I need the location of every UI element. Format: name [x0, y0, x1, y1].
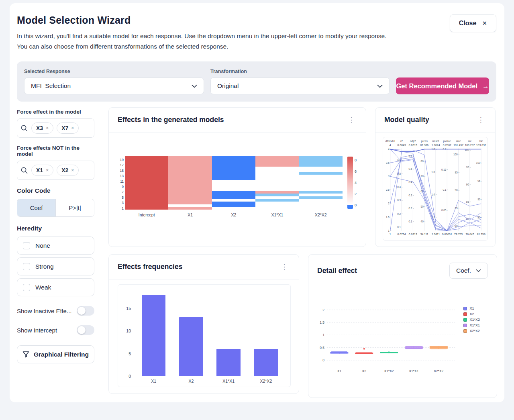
legend-item[interactable]: X1	[463, 306, 480, 310]
chip-x2[interactable]: X2 ×	[57, 165, 79, 176]
svg-text:100: 100	[476, 161, 481, 164]
show-intercept-toggle[interactable]	[77, 325, 94, 335]
svg-text:1: 1	[388, 229, 390, 232]
checkbox-icon[interactable]	[23, 242, 30, 249]
legend-item[interactable]: X2	[463, 312, 480, 316]
close-button-label: Close	[459, 20, 477, 27]
kebab-menu-icon[interactable]: ⋮	[279, 263, 290, 271]
svg-text:3.5: 3.5	[386, 161, 390, 164]
show-intercept-row: Show Intercept	[17, 325, 94, 335]
toggle-knob	[78, 307, 86, 315]
svg-text:dfmodel: dfmodel	[386, 140, 395, 143]
color-code-toggle: Coef P>|t|	[17, 199, 94, 217]
graphical-filtering-button[interactable]: Graphical Filtering	[17, 345, 94, 363]
legend-label: X1	[469, 306, 474, 310]
svg-text:76.647: 76.647	[465, 233, 474, 236]
svg-text:r2: r2	[400, 140, 403, 143]
kebab-menu-icon[interactable]: ⋮	[475, 116, 486, 124]
show-intercept-label: Show Intercept	[17, 327, 57, 334]
chip-x3[interactable]: X3 ×	[31, 122, 53, 134]
svg-text:0.05: 0.05	[441, 209, 447, 212]
svg-text:40: 40	[421, 220, 424, 223]
chip-remove-icon[interactable]: ×	[46, 125, 49, 131]
heatmap-x-axis: InterceptX1X2X1*X1X2*X2	[125, 212, 343, 217]
legend-label: X2	[469, 312, 474, 316]
wizard-header: Model Selection Wizard Close ✕ In this w…	[10, 3, 504, 102]
force-in-label: Force effect in the model	[17, 109, 94, 115]
svg-text:X2*X2: X2*X2	[434, 369, 443, 373]
legend-item[interactable]: X1*X1	[463, 323, 480, 327]
svg-text:103.832: 103.832	[476, 144, 486, 147]
svg-text:85: 85	[466, 200, 469, 203]
svg-text:press: press	[421, 140, 428, 143]
svg-text:3: 3	[388, 175, 390, 177]
svg-text:aicc: aicc	[456, 140, 461, 143]
kebab-menu-icon[interactable]: ⋮	[346, 116, 357, 124]
chip-remove-icon[interactable]: ×	[71, 167, 74, 173]
chip-x7[interactable]: X7 ×	[57, 122, 79, 134]
checkbox-icon[interactable]	[23, 284, 30, 291]
heredity-none-label: None	[35, 242, 50, 249]
heatmap-y-axis: 191715131197531	[118, 156, 125, 210]
bar-plot	[135, 292, 285, 376]
frequencies-chart: 051015 X1X2X1*X1X2*X2	[118, 284, 291, 387]
model-quality-title: Model quality	[384, 116, 429, 124]
selected-response-dropdown[interactable]: MFI_Selection	[24, 77, 204, 94]
filter-funnel-icon	[22, 351, 29, 358]
svg-text:95: 95	[466, 166, 469, 169]
svg-text:bic: bic	[479, 140, 483, 143]
svg-text:0.0734: 0.0734	[398, 233, 406, 236]
svg-text:1: 1	[322, 333, 324, 337]
chip-x1-label: X1	[36, 167, 43, 173]
color-code-option-pt[interactable]: P>|t|	[55, 199, 94, 216]
svg-text:0.1: 0.1	[443, 188, 446, 191]
svg-text:2: 2	[322, 308, 324, 312]
force-out-search[interactable]: X1 × X2 ×	[17, 161, 94, 180]
svg-text:4: 4	[388, 148, 390, 151]
chip-x3-label: X3	[36, 125, 43, 131]
detail-metric-dropdown[interactable]: Coef.	[449, 263, 488, 279]
transformation-label: Transformation	[210, 69, 390, 74]
heredity-option-strong[interactable]: Strong	[17, 257, 94, 275]
svg-text:0.5: 0.5	[409, 167, 412, 170]
svg-text:100.297: 100.297	[465, 144, 475, 147]
svg-text:1.0811: 1.0811	[432, 233, 440, 236]
legend-swatch	[463, 324, 467, 327]
model-quality-card: Model quality ⋮ dfmodel4143.532.521.51r2…	[375, 107, 496, 247]
legend-label: X2*X2	[469, 329, 480, 333]
show-inactive-toggle[interactable]	[77, 306, 94, 316]
show-inactive-label: Show Inactive Effe...	[17, 308, 71, 314]
chip-remove-icon[interactable]: ×	[71, 125, 74, 131]
color-code-option-coef[interactable]: Coef	[17, 199, 55, 216]
transformation-dropdown[interactable]: Original	[210, 77, 390, 94]
svg-text:2: 2	[388, 202, 390, 205]
svg-text:80: 80	[421, 160, 424, 163]
chip-x1[interactable]: X1 ×	[31, 165, 53, 176]
svg-text:0: 0	[322, 358, 324, 362]
chevron-down-icon	[476, 269, 481, 272]
chip-remove-icon[interactable]: ×	[46, 167, 49, 173]
description-line-1: In this wizard, you'll find a suitable m…	[17, 31, 496, 41]
heredity-option-none[interactable]: None	[17, 237, 94, 255]
graphical-filtering-label: Graphical Filtering	[34, 351, 89, 358]
legend-item[interactable]: X1*X2	[463, 318, 480, 322]
selected-response-label: Selected Response	[24, 69, 204, 74]
force-in-search[interactable]: X3 × X7 ×	[17, 118, 94, 138]
svg-text:34.111: 34.111	[420, 233, 428, 236]
chevron-down-icon	[192, 84, 197, 88]
svg-text:X2: X2	[362, 369, 367, 373]
close-button[interactable]: Close ✕	[450, 14, 496, 32]
get-recommended-model-button[interactable]: Get Recommended Model →	[396, 77, 489, 94]
heredity-option-weak[interactable]: Weak	[17, 278, 94, 296]
legend-item[interactable]: X2*X2	[463, 329, 480, 333]
svg-text:aic: aic	[468, 140, 472, 143]
legend-label: X1*X1	[469, 323, 480, 327]
svg-text:1.5: 1.5	[386, 216, 390, 218]
legend-label: X1*X2	[469, 318, 480, 322]
checkbox-icon[interactable]	[23, 263, 30, 270]
svg-text:90: 90	[455, 189, 458, 192]
force-out-label: Force effects NOT in the model	[17, 145, 94, 157]
svg-text:0.5: 0.5	[320, 346, 324, 350]
svg-text:adjr2: adjr2	[410, 140, 416, 143]
svg-text:X1*X1: X1*X1	[409, 369, 418, 373]
